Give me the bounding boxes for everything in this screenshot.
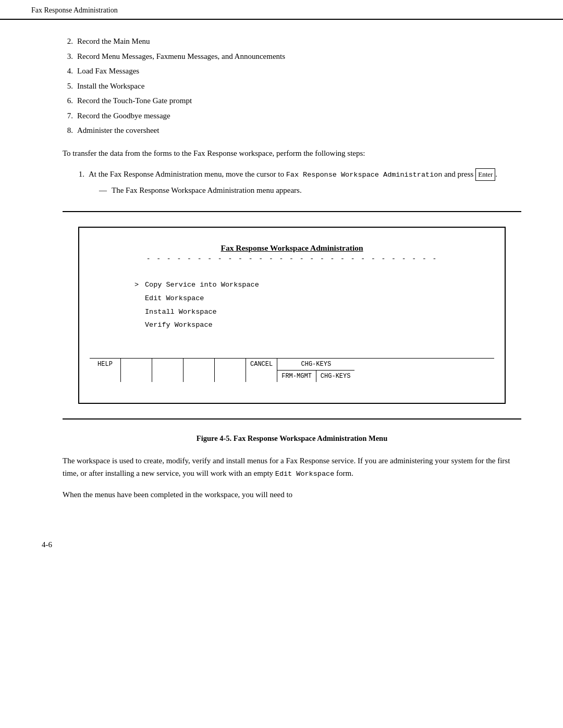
footer-btn-5 [215, 359, 246, 382]
frm-mgmt-button[interactable]: FRM-MGMT [277, 371, 316, 382]
figure-caption: Figure 4-5. Fax Response Workspace Admin… [63, 434, 521, 443]
list-item: 4. Load Fax Messages [63, 65, 521, 77]
menu-label-2: Edit Workspace [145, 292, 204, 305]
menu-label-1: Copy Service into Workspace [145, 278, 259, 292]
footer-btn-4 [183, 359, 215, 382]
sub-bullet: — The Fax Response Workspace Administrat… [99, 184, 521, 196]
list-item: 8. Administer the coversheet [63, 125, 521, 137]
menu-item-3: Install Workspace [131, 305, 494, 319]
chg-keys-top-button[interactable]: CHG-KEYS [277, 359, 354, 371]
list-item: 6. Record the Touch-Tone Gate prompt [63, 95, 521, 107]
list-item: 7. Record the Goodbye message [63, 110, 521, 122]
footer-btn-2 [121, 359, 152, 382]
step1-text-after: and press [442, 170, 473, 178]
divider-bottom [63, 418, 521, 419]
cursor-4 [131, 318, 139, 332]
body-paragraph-2: When the menus have been completed in th… [63, 488, 521, 501]
sub-bullet-text: The Fax Response Workspace Administratio… [112, 184, 302, 196]
terminal-dashes: - - - - - - - - - - - - - - - - - - - - … [90, 255, 494, 263]
header-title: Fax Response Administration [31, 6, 118, 14]
menu-item-4: Verify Workspace [131, 318, 494, 332]
intro-list: 2. Record the Main Menu 3. Record Menu M… [63, 35, 521, 137]
terminal-box: Fax Response Workspace Administration - … [78, 227, 506, 404]
page-header: Fax Response Administration [0, 0, 563, 20]
cancel-button[interactable]: CANCEL [246, 359, 277, 382]
enter-key: Enter [475, 168, 495, 181]
cursor-1: > [131, 278, 139, 292]
menu-item-2: Edit Workspace [131, 292, 494, 305]
body-mono1: Edit Workspace [275, 470, 334, 478]
step-1: 1. At the Fax Response Administration me… [73, 168, 521, 197]
list-item: 3. Record Menu Messages, Faxmenu Message… [63, 51, 521, 63]
chg-keys-bot-button[interactable]: CHG-KEYS [316, 371, 355, 382]
menu-label-3: Install Workspace [145, 305, 217, 319]
list-item: 5. Install the Workspace [63, 80, 521, 92]
terminal-menu: > Copy Service into Workspace Edit Works… [90, 278, 494, 332]
footer-btn-3 [152, 359, 183, 382]
terminal-title: Fax Response Workspace Administration [90, 243, 494, 253]
main-content: 2. Record the Main Menu 3. Record Menu M… [0, 20, 563, 530]
terminal-footer: HELP CANCEL CHG-KEYS FRM-MGMT CHG-KEYS [90, 358, 494, 382]
menu-label-4: Verify Workspace [145, 318, 213, 332]
list-item: 2. Record the Main Menu [63, 35, 521, 47]
footer-right-group: CHG-KEYS FRM-MGMT CHG-KEYS [277, 359, 354, 382]
step1-text-end: . [495, 170, 497, 178]
cursor-3 [131, 305, 139, 319]
divider-top [63, 211, 521, 212]
steps-section: 1. At the Fax Response Administration me… [63, 168, 521, 197]
page-number: 4-6 [0, 530, 563, 560]
step1-text-before: At the Fax Response Administration menu,… [89, 170, 286, 178]
menu-item-1: > Copy Service into Workspace [131, 278, 494, 292]
cursor-2 [131, 292, 139, 305]
help-button[interactable]: HELP [90, 359, 121, 382]
figure-caption-text: Figure 4-5. Fax Response Workspace Admin… [197, 434, 387, 442]
intro-paragraph: To transfer the data from the forms to t… [63, 147, 521, 159]
body-para1-end: form. [334, 469, 353, 477]
step1-mono: Fax Response Workspace Administration [286, 171, 443, 179]
footer-bottom-right: FRM-MGMT CHG-KEYS [277, 371, 354, 382]
body-paragraph-1: The workspace is used to create, modify,… [63, 454, 521, 480]
